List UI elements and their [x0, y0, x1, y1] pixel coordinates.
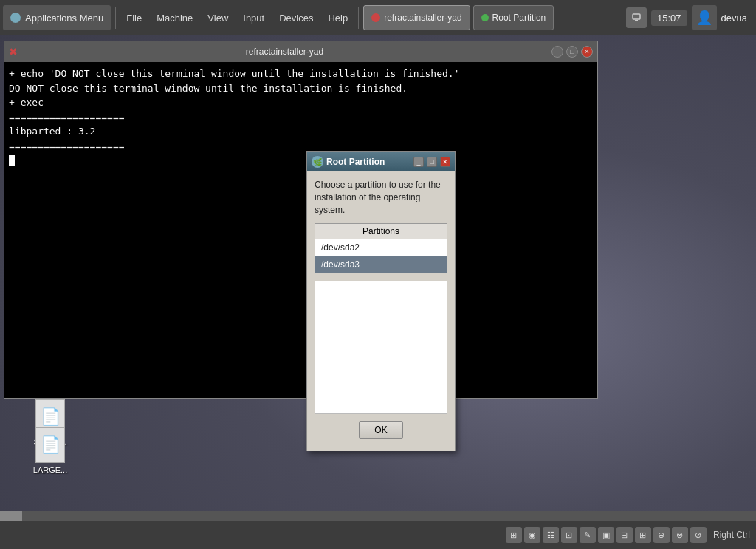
- window2-label: Root Partition: [492, 13, 546, 23]
- menu-file[interactable]: File: [120, 10, 148, 27]
- user-icon[interactable]: 👤: [692, 5, 717, 30]
- partition-row-sda3[interactable]: /dev/sda3: [315, 256, 447, 273]
- window1-label: refractainstaller-yad: [384, 13, 461, 23]
- tray-icon-3[interactable]: ☷: [543, 527, 559, 543]
- tray-icon-6[interactable]: ▣: [598, 527, 614, 543]
- taskbar-bottom: ⊞ ◉ ☷ ⊡ ✎ ▣ ⊟ ⊞ ⊕ ⊗ ⊘ Right Ctrl: [0, 521, 756, 549]
- taskbar-separator-1: [115, 7, 116, 29]
- dialog-title-text: Root Partition: [326, 157, 410, 167]
- dialog-buttons: OK: [315, 421, 447, 443]
- tray-icon-8[interactable]: ⊞: [635, 527, 651, 543]
- terminal-line-4: ====================: [9, 110, 593, 125]
- taskbar-window2-button[interactable]: Root Partition: [473, 5, 554, 30]
- partition-sda2: /dev/sda2: [315, 239, 447, 256]
- dialog-title-icon: 🌿: [312, 156, 323, 168]
- taskbar-window1-button[interactable]: refractainstaller-yad: [363, 5, 470, 30]
- terminal-title-icon: ✖: [9, 46, 18, 58]
- taskbar-top: Applications Menu File Machine View Inpu…: [0, 0, 756, 35]
- svg-rect-0: [633, 14, 640, 19]
- tray-icon-9[interactable]: ⊕: [653, 527, 670, 543]
- terminal-cursor-line: [9, 153, 593, 168]
- terminal-titlebar: ✖ refractainstaller-yad _ □ ✕: [4, 41, 597, 62]
- tray-icon-5[interactable]: ✎: [580, 527, 596, 543]
- scroll-thumb[interactable]: [0, 511, 22, 521]
- terminal-line-6: ====================: [9, 139, 593, 154]
- dialog-close-button[interactable]: ✕: [440, 157, 450, 167]
- app-menu-label: Applications Menu: [25, 13, 103, 24]
- desktop-icon-large-img: 📄: [35, 427, 65, 463]
- terminal-close-button[interactable]: ✕: [581, 46, 593, 58]
- taskbar-separator-2: [358, 7, 359, 29]
- terminal-minimize-button[interactable]: _: [551, 46, 563, 58]
- window2-icon: [481, 14, 489, 21]
- terminal-maximize-button[interactable]: □: [566, 46, 578, 58]
- terminal-title: refractainstaller-yad: [21, 47, 549, 57]
- right-ctrl-label: Right Ctrl: [713, 530, 750, 540]
- tray-icon-10[interactable]: ⊗: [672, 527, 688, 543]
- terminal-line-3: + exec: [9, 95, 593, 110]
- tray-icon-2[interactable]: ◉: [524, 527, 540, 543]
- terminal-window: ✖ refractainstaller-yad _ □ ✕ + echo 'DO…: [4, 41, 598, 399]
- svg-rect-1: [635, 20, 638, 21]
- applications-menu-button[interactable]: Applications Menu: [3, 5, 111, 30]
- terminal-cursor: [9, 155, 15, 166]
- dialog-maximize-button[interactable]: □: [427, 157, 437, 167]
- horizontal-scrollbar[interactable]: [0, 511, 756, 521]
- system-tray: ⊞ ◉ ☷ ⊡ ✎ ▣ ⊟ ⊞ ⊕ ⊗ ⊘ Right Ctrl: [506, 527, 750, 543]
- root-partition-dialog: 🌿 Root Partition _ □ ✕ Choose a partitio…: [306, 151, 456, 451]
- tray-icon-1[interactable]: ⊞: [506, 527, 522, 543]
- menu-view[interactable]: View: [202, 10, 234, 27]
- dialog-minimize-button[interactable]: _: [413, 157, 424, 167]
- partition-sda3: /dev/sda3: [315, 256, 447, 273]
- dialog-body: Choose a partition to use for the instal…: [307, 171, 455, 451]
- menu-input[interactable]: Input: [237, 10, 270, 27]
- tray-icon-7[interactable]: ⊟: [616, 527, 633, 543]
- desktop-icon-large-label: LARGE...: [33, 466, 67, 474]
- clock: 15:07: [651, 10, 687, 26]
- terminal-line-1: + echo 'DO NOT close this terminal windo…: [9, 67, 593, 81]
- taskbar-right: 15:07 👤 devua: [626, 5, 753, 30]
- window1-icon: [371, 13, 380, 22]
- tray-icon-11[interactable]: ⊘: [690, 527, 707, 543]
- dialog-message: Choose a partition to use for the instal…: [315, 179, 447, 216]
- tray-icon-4[interactable]: ⊡: [561, 527, 577, 543]
- menu-devices[interactable]: Devices: [273, 10, 319, 27]
- terminal-line-2: DO NOT close this terminal window until …: [9, 81, 593, 96]
- partition-table: Partitions /dev/sda2 /dev/sda3: [315, 223, 447, 273]
- menu-help[interactable]: Help: [322, 10, 354, 27]
- partition-table-header: Partitions: [315, 224, 447, 239]
- partition-empty-space: [315, 281, 447, 414]
- dialog-titlebar: 🌿 Root Partition _ □ ✕: [307, 152, 455, 171]
- menu-machine[interactable]: Machine: [151, 10, 199, 27]
- tray-icon-network[interactable]: [626, 7, 647, 28]
- terminal-line-5: libparted : 3.2: [9, 124, 593, 139]
- username: devua: [721, 13, 747, 24]
- app-menu-icon: [10, 13, 21, 23]
- partition-row-sda2[interactable]: /dev/sda2: [315, 239, 447, 256]
- terminal-body[interactable]: + echo 'DO NOT close this terminal windo…: [4, 62, 597, 398]
- dialog-ok-button[interactable]: OK: [359, 421, 402, 439]
- desktop-icon-large[interactable]: 📄 LARGE...: [21, 427, 80, 474]
